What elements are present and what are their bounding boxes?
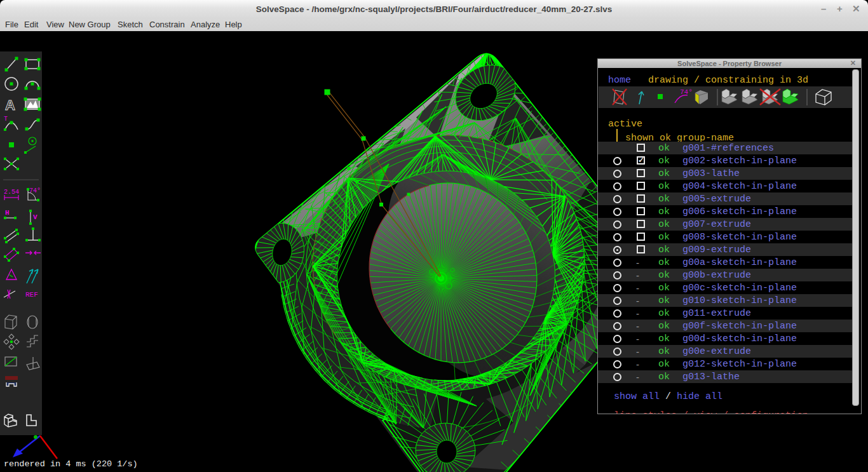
svg-text:REF: REF — [25, 291, 38, 299]
svg-text:74°: 74° — [680, 88, 693, 96]
svg-text:2.54: 2.54 — [4, 189, 19, 196]
svg-text:V: V — [33, 213, 37, 221]
svg-text:T: T — [4, 116, 8, 123]
svg-text:A: A — [5, 97, 15, 113]
svg-text:H: H — [5, 209, 10, 217]
